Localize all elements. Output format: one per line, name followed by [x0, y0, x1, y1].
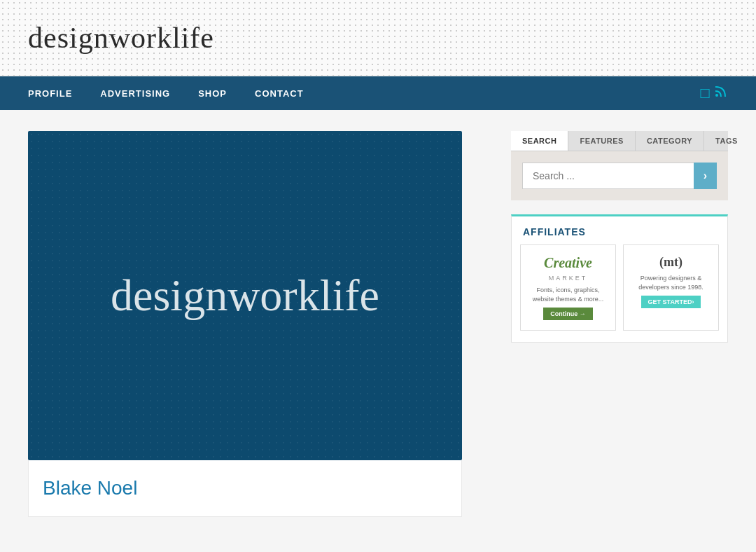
media-temple-desc: Powering designers &developers since 199… — [638, 274, 704, 291]
site-logo[interactable]: designworklife — [28, 22, 214, 54]
media-temple-logo: (mt) — [659, 255, 682, 270]
search-button[interactable]: › — [694, 163, 717, 189]
svg-point-0 — [715, 94, 718, 97]
affiliate-creative-market: Creative MARKET Fonts, icons, graphics,w… — [520, 244, 616, 331]
rss-icon[interactable]: □ — [701, 84, 728, 102]
creative-market-desc: Fonts, icons, graphics,website themes & … — [533, 286, 604, 303]
creative-market-button[interactable]: Continue → — [543, 308, 593, 320]
search-box-wrap: › — [511, 151, 728, 200]
nav-advertising[interactable]: ADVERTISING — [100, 88, 170, 99]
creative-market-logo: Creative — [544, 255, 592, 270]
tab-features[interactable]: FEATURES — [568, 131, 635, 151]
tab-search[interactable]: SEARCH — [511, 131, 568, 151]
main-content: designworklife Blake Noel SEARCH FEATURE… — [0, 110, 756, 538]
right-column: SEARCH FEATURES CATEGORY TAGS › AFFILIAT… — [511, 131, 728, 517]
tab-tags[interactable]: TAGS — [704, 131, 749, 151]
post-image-logo: designworklife — [111, 270, 379, 322]
post-title[interactable]: Blake Noel — [43, 477, 447, 499]
affiliate-media-temple: (mt) Powering designers &developers sinc… — [623, 244, 719, 331]
left-column: designworklife Blake Noel — [28, 131, 490, 517]
affiliates-box: AFFILIATES Creative MARKET Fonts, icons,… — [511, 214, 728, 343]
affiliates-grid: Creative MARKET Fonts, icons, graphics,w… — [512, 244, 727, 342]
media-temple-button[interactable]: GET STARTED› — [641, 296, 701, 308]
search-tabs: SEARCH FEATURES CATEGORY TAGS — [511, 131, 728, 151]
nav-profile[interactable]: PROFILE — [28, 88, 72, 99]
header: designworklife — [0, 0, 756, 76]
creative-market-logo-sub: MARKET — [549, 275, 588, 282]
nav-shop[interactable]: SHOP — [198, 88, 227, 99]
navbar: PROFILE ADVERTISING SHOP CONTACT □ — [0, 76, 756, 110]
affiliates-title: AFFILIATES — [512, 216, 727, 244]
search-input[interactable] — [522, 163, 694, 189]
post-title-wrap: Blake Noel — [28, 460, 462, 517]
post-image: designworklife — [28, 131, 462, 460]
tab-category[interactable]: CATEGORY — [636, 131, 704, 151]
nav-contact[interactable]: CONTACT — [255, 88, 304, 99]
